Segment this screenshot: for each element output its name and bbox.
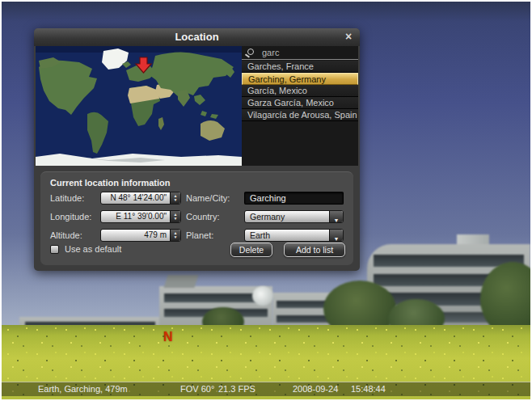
search-input[interactable]: garc <box>242 46 358 60</box>
list-item[interactable]: García, Mexico <box>242 85 358 97</box>
use-as-default-checkbox[interactable]: Use as default <box>50 244 121 254</box>
spinner-arrows-icon[interactable]: ▲▼ <box>170 230 180 241</box>
status-location: Earth, Garching, 479m <box>38 384 128 394</box>
spinner-arrows-icon[interactable]: ▲▼ <box>170 211 180 222</box>
altitude-label: Altitude: <box>50 230 95 240</box>
dialog-title: Location <box>34 31 360 43</box>
checkbox-icon[interactable] <box>50 245 59 254</box>
status-fps: 21.3 FPS <box>218 384 255 394</box>
status-bar: Earth, Garching, 479m FOV 60° 21.3 FPS 2… <box>2 382 530 396</box>
dialog-titlebar[interactable]: Location × <box>34 28 360 46</box>
panel-bottom-row: Use as default Delete Add to list <box>50 244 345 258</box>
current-location-panel: Current location information Latitude: N… <box>40 171 353 265</box>
search-value: garc <box>262 48 279 57</box>
latitude-spinner[interactable]: N 48° 14'24.00" ▲▼ <box>100 192 181 205</box>
country-label: Country: <box>186 212 239 222</box>
list-item[interactable]: Garza García, Mexico <box>242 97 358 109</box>
search-icon <box>247 49 254 55</box>
status-fov: FOV 60° <box>180 384 214 394</box>
close-icon[interactable]: × <box>342 30 355 43</box>
delete-button[interactable]: Delete <box>230 243 272 257</box>
planet-dropdown[interactable]: Earth ▼ <box>244 229 344 242</box>
use-as-default-label: Use as default <box>65 244 121 254</box>
dropdown-arrow-icon[interactable]: ▼ <box>329 211 343 222</box>
latitude-label: Latitude: <box>50 193 95 203</box>
location-dialog: Location × <box>34 28 360 271</box>
planet-label: Planet: <box>186 230 239 240</box>
add-to-list-button[interactable]: Add to list <box>284 243 345 257</box>
planet-value: Earth <box>250 230 270 240</box>
name-city-input[interactable]: Garching <box>244 192 344 205</box>
status-date: 2008-09-24 <box>293 384 338 394</box>
dropdown-arrow-icon[interactable]: ▼ <box>329 230 343 241</box>
location-form: Latitude: N 48° 14'24.00" ▲▼ Name/City: … <box>50 192 344 242</box>
list-item[interactable]: Vilagarcía de Arousa, Spain <box>242 109 358 121</box>
longitude-value: E 11° 39'0.00" <box>116 212 167 221</box>
latitude-value: N 48° 14'24.00" <box>110 193 167 202</box>
north-cardinal-marker: N <box>163 330 173 344</box>
panel-header: Current location information <box>50 178 171 188</box>
results-list: Garches, France Garching, Germany García… <box>242 61 358 121</box>
country-value: Germany <box>250 212 285 222</box>
country-dropdown[interactable]: Germany ▼ <box>244 210 344 223</box>
longitude-label: Longitude: <box>50 212 95 222</box>
name-city-label: Name/City: <box>186 193 239 203</box>
list-item-selected[interactable]: Garching, Germany <box>242 73 358 85</box>
altitude-spinner[interactable]: 479 m ▲▼ <box>100 229 181 242</box>
altitude-value: 479 m <box>144 230 167 239</box>
status-time: 15:48:44 <box>351 384 386 394</box>
satellite-dish <box>252 286 273 306</box>
stellarium-window: N Earth, Garching, 479m FOV 60° 21.3 FPS… <box>0 0 532 401</box>
longitude-spinner[interactable]: E 11° 39'0.00" ▲▼ <box>100 210 181 223</box>
spinner-arrows-icon[interactable]: ▲▼ <box>170 192 180 204</box>
list-item[interactable]: Garches, France <box>242 61 358 73</box>
world-map[interactable] <box>36 46 242 166</box>
search-results-panel: garc Garches, France Garching, Germany G… <box>242 46 358 166</box>
